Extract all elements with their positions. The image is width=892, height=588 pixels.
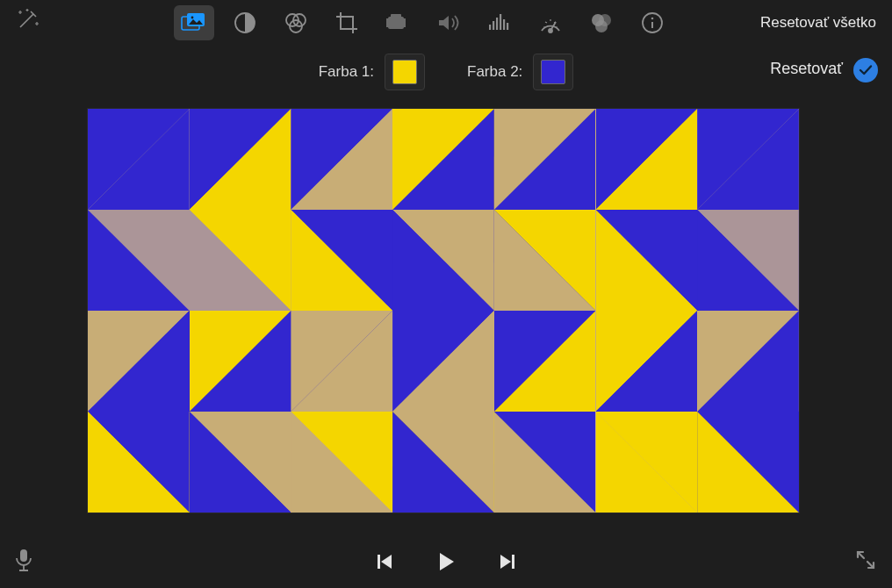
tab-color-balance[interactable] [225,5,265,40]
svg-point-2 [191,17,194,19]
pattern-cell [88,109,190,210]
pattern-cell [190,210,291,311]
next-frame-button[interactable] [490,544,525,579]
pattern-cell [697,210,799,311]
color1-label: Farba 1: [319,63,374,81]
svg-rect-13 [503,19,505,30]
pattern-cell [190,412,291,513]
voiceover-mic-button[interactable] [14,548,33,576]
tab-noise-equalizer[interactable] [479,5,520,40]
pattern-cell [88,311,190,412]
color1-well[interactable] [385,54,425,90]
svg-point-18 [595,20,608,32]
pattern-cell [596,311,698,412]
pattern-cell [596,412,698,513]
preview-viewport [88,109,799,513]
reset-all-button[interactable]: Resetovať všetko [760,14,876,32]
svg-rect-23 [512,555,514,569]
pattern-cell [697,311,799,412]
pattern-cell [291,311,392,412]
pattern-cell [88,210,190,311]
svg-rect-9 [489,25,491,30]
pattern-cell [392,210,494,311]
color2-well[interactable] [533,54,573,90]
tab-speed[interactable] [530,5,571,40]
pattern-cell [494,412,596,513]
tab-video-overlay[interactable] [174,5,214,40]
pattern-cell [596,210,698,311]
fullscreen-button[interactable] [855,549,876,574]
tab-volume[interactable] [428,5,469,40]
color1-group: Farba 1: [319,54,425,90]
svg-rect-10 [493,21,494,30]
pattern-cell [190,311,291,412]
svg-rect-21 [20,549,27,562]
pattern-cell [494,109,596,210]
svg-point-20 [651,18,654,20]
tab-stabilization[interactable] [378,5,418,40]
pattern-cell [596,109,698,210]
svg-rect-8 [391,14,401,18]
reset-applied-indicator[interactable] [853,58,878,82]
svg-rect-22 [378,555,380,569]
color2-group: Farba 2: [467,54,573,90]
tab-color-filter[interactable] [581,5,622,40]
playback-bar [0,535,892,588]
color1-swatch [392,60,417,84]
tab-crop[interactable] [327,5,367,40]
svg-rect-14 [507,23,508,30]
svg-rect-12 [500,14,501,30]
pattern-cell [494,311,596,412]
reset-button[interactable]: Resetovať [770,60,843,78]
tab-color-correction[interactable] [276,5,316,40]
previous-frame-button[interactable] [367,544,402,579]
pattern-cell [88,412,190,513]
pattern-cell [392,311,494,412]
pattern-cell [697,109,799,210]
play-button[interactable] [428,544,464,579]
tab-info[interactable] [632,5,673,40]
top-toolbar: Resetovať všetko [0,0,892,49]
pattern-cell [494,210,596,311]
svg-rect-11 [496,18,498,30]
color2-swatch [541,60,565,84]
app-window: Resetovať všetko Farba 1: Farba 2: Reset… [0,0,892,588]
transport-controls [367,544,525,579]
inspector-tabs [174,5,673,40]
pattern-cell [190,109,291,210]
svg-rect-7 [388,17,404,29]
pattern-cell [291,210,392,311]
pattern-cell [291,412,392,513]
preview-background-pattern [88,109,799,513]
pattern-cell [392,109,494,210]
enhance-wand-button[interactable] [9,2,47,37]
pattern-cell [291,109,392,210]
pattern-cell [697,412,799,513]
color2-label: Farba 2: [467,63,522,81]
background-controls-bar: Farba 1: Farba 2: Resetovať [0,49,892,95]
pattern-cell [392,412,494,513]
